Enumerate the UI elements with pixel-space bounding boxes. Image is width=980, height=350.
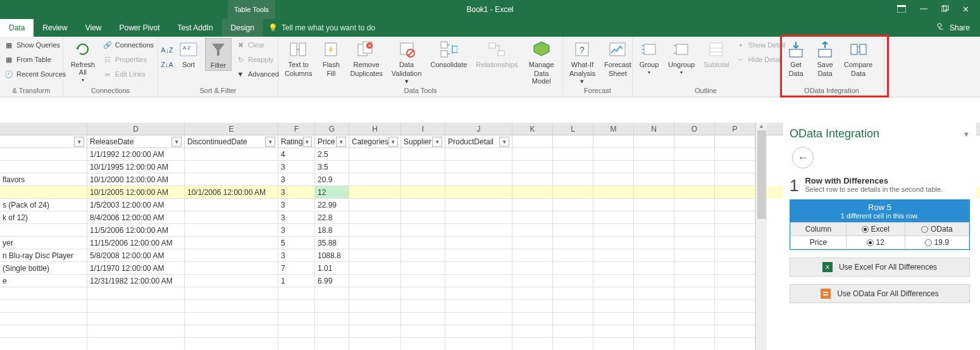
cell[interactable] <box>0 224 87 237</box>
cell[interactable] <box>634 313 674 325</box>
cell[interactable] <box>593 338 634 350</box>
cell[interactable] <box>0 161 87 173</box>
column-header[interactable]: M <box>593 123 634 135</box>
cell[interactable] <box>401 275 445 287</box>
cell[interactable]: 1088.8 <box>315 249 349 262</box>
group-rows-button[interactable]: Group▾ <box>636 38 662 77</box>
cell[interactable] <box>401 161 445 173</box>
cell[interactable] <box>553 313 593 325</box>
cell[interactable] <box>512 199 553 211</box>
table-header-cell[interactable]: ▾ <box>0 135 87 148</box>
cell[interactable]: 3 <box>278 161 315 173</box>
radio-icon[interactable] <box>862 226 869 233</box>
cell[interactable] <box>553 161 593 173</box>
empty-cell[interactable] <box>674 135 715 148</box>
cell[interactable] <box>634 148 674 161</box>
cell[interactable]: 10/1/2000 12:00:00 AM <box>87 173 185 186</box>
ungroup-button[interactable]: Ungroup▾ <box>666 38 697 77</box>
diff-row-banner[interactable]: Row 5 1 different cell in this row. <box>790 200 969 222</box>
filter-dropdown-icon[interactable]: ▾ <box>171 137 182 147</box>
cell[interactable] <box>185 325 278 338</box>
cell[interactable] <box>553 338 593 350</box>
cell[interactable] <box>553 249 593 262</box>
reapply-button[interactable]: ↻Reapply <box>235 53 279 66</box>
cell[interactable] <box>593 148 634 161</box>
cell[interactable] <box>512 313 553 325</box>
ribbon-display-options-icon[interactable] <box>897 4 906 15</box>
cell[interactable] <box>674 338 715 350</box>
clear-filter-button[interactable]: ✖Clear <box>235 38 279 52</box>
cell[interactable] <box>349 275 401 287</box>
cell[interactable]: yer <box>0 237 87 249</box>
filter-dropdown-icon[interactable]: ▾ <box>74 137 84 147</box>
cell[interactable] <box>553 275 593 287</box>
cell[interactable] <box>674 287 715 300</box>
cell[interactable] <box>512 161 553 173</box>
cell[interactable] <box>715 249 755 262</box>
cell[interactable] <box>0 325 87 338</box>
filter-dropdown-icon[interactable]: ▾ <box>336 137 346 147</box>
cell[interactable] <box>593 300 634 313</box>
cell[interactable] <box>349 313 401 325</box>
cell[interactable] <box>715 186 755 199</box>
cell[interactable] <box>278 325 315 338</box>
cell[interactable] <box>634 173 674 186</box>
cell[interactable]: 6.99 <box>315 275 349 287</box>
cell[interactable] <box>278 338 315 350</box>
cell[interactable] <box>0 338 87 350</box>
show-detail-button[interactable]: +Show Detail <box>736 38 786 52</box>
empty-cell[interactable] <box>634 135 674 148</box>
cell[interactable] <box>349 186 401 199</box>
forecast-sheet-button[interactable]: ForecastSheet <box>602 38 634 78</box>
cell[interactable] <box>674 161 715 173</box>
filter-button[interactable]: Filter <box>205 38 232 71</box>
diff-th-excel[interactable]: Excel <box>846 223 905 236</box>
cell[interactable] <box>634 325 674 338</box>
from-table-button[interactable]: ▦From Table <box>4 53 66 66</box>
filter-dropdown-icon[interactable]: ▾ <box>388 137 398 147</box>
cell[interactable] <box>593 325 634 338</box>
cell[interactable]: 3 <box>278 211 315 224</box>
cell[interactable] <box>715 148 755 161</box>
empty-cell[interactable] <box>553 135 593 148</box>
cell[interactable] <box>401 148 445 161</box>
cell[interactable] <box>185 173 278 186</box>
cell[interactable] <box>349 287 401 300</box>
what-if-button[interactable]: ?What-IfAnalysis ▾ <box>567 38 598 87</box>
cell[interactable]: s (Pack of 24) <box>0 199 87 211</box>
cell[interactable] <box>445 325 512 338</box>
cell[interactable] <box>349 300 401 313</box>
cell[interactable] <box>674 262 715 275</box>
cell[interactable] <box>512 224 553 237</box>
close-icon[interactable]: × <box>963 4 969 15</box>
tab-view[interactable]: View <box>77 19 111 37</box>
cell[interactable]: flavors <box>0 173 87 186</box>
cell[interactable] <box>185 211 278 224</box>
cell[interactable] <box>512 211 553 224</box>
cell[interactable] <box>674 249 715 262</box>
cell[interactable]: 11/15/2006 12:00:00 AM <box>87 237 185 249</box>
properties-button[interactable]: ☷Properties <box>102 53 154 66</box>
consolidate-button[interactable]: Consolidate <box>428 38 469 70</box>
cell[interactable] <box>445 338 512 350</box>
cell[interactable]: 12/31/1982 12:00:00 AM <box>87 275 185 287</box>
edit-links-button[interactable]: ⫘Edit Links <box>102 67 154 81</box>
radio-icon[interactable] <box>921 226 928 233</box>
cell[interactable] <box>349 224 401 237</box>
sort-asc-button[interactable]: A↓Z <box>162 43 172 57</box>
cell[interactable] <box>349 161 401 173</box>
cell[interactable] <box>445 211 512 224</box>
manage-data-model-button[interactable]: ManageData Model <box>524 38 559 86</box>
cell[interactable]: 3 <box>278 249 315 262</box>
cell[interactable] <box>349 338 401 350</box>
cell[interactable] <box>185 249 278 262</box>
column-header[interactable]: D <box>87 123 185 135</box>
cell[interactable] <box>315 300 349 313</box>
minimize-icon[interactable] <box>920 4 927 15</box>
cell[interactable] <box>715 275 755 287</box>
column-header[interactable]: N <box>634 123 674 135</box>
empty-cell[interactable] <box>512 135 553 148</box>
cell[interactable] <box>634 300 674 313</box>
remove-duplicates-button[interactable]: ✕RemoveDuplicates <box>347 38 385 78</box>
cell[interactable] <box>634 287 674 300</box>
